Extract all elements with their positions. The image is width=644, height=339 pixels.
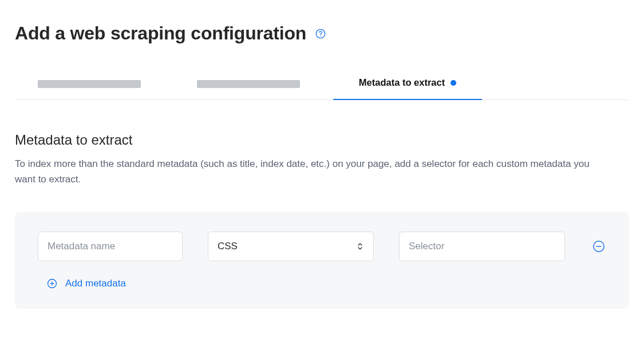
- section-description: To index more than the standard metadata…: [15, 156, 610, 187]
- tabs: Metadata to extract: [15, 77, 629, 100]
- tab-label: Metadata to extract: [359, 77, 445, 88]
- help-icon[interactable]: [314, 27, 327, 40]
- tab-placeholder-bar: [197, 80, 300, 88]
- selector-type-value: CSS: [218, 241, 238, 252]
- tab-metadata-to-extract[interactable]: Metadata to extract: [333, 77, 482, 99]
- metadata-name-input[interactable]: [48, 241, 173, 252]
- svg-point-1: [320, 35, 321, 37]
- metadata-row: CSS: [38, 232, 606, 261]
- page-title: Add a web scraping configuration: [15, 23, 306, 44]
- section-heading: Metadata to extract: [15, 132, 629, 148]
- selector-input[interactable]: [409, 241, 555, 252]
- add-metadata-label: Add metadata: [65, 278, 126, 289]
- tab-2[interactable]: [174, 80, 323, 99]
- selector-type-dropdown[interactable]: CSS: [208, 232, 374, 261]
- plus-circle-icon: [46, 277, 58, 290]
- metadata-panel: CSS: [15, 212, 629, 309]
- remove-row-button[interactable]: [591, 239, 606, 254]
- tab-indicator-dot: [451, 80, 456, 86]
- add-metadata-button[interactable]: Add metadata: [38, 277, 126, 290]
- metadata-name-field-wrap: [38, 232, 183, 261]
- tab-1[interactable]: [15, 80, 164, 99]
- chevron-updown-icon: [356, 241, 364, 252]
- selector-field-wrap: [399, 232, 565, 261]
- tab-placeholder-bar: [38, 80, 141, 88]
